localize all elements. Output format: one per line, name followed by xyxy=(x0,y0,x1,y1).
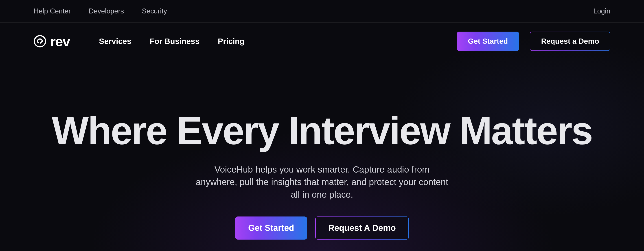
rev-logo-icon xyxy=(34,35,46,47)
hero-get-started-button[interactable]: Get Started xyxy=(235,217,307,240)
login-link[interactable]: Login xyxy=(593,7,610,15)
nav-left-group: rev Services For Business Pricing xyxy=(34,33,244,49)
hero-buttons-group: Get Started Request A Demo xyxy=(34,217,610,240)
top-utility-bar: Help Center Developers Security Login xyxy=(0,0,644,23)
main-navigation: rev Services For Business Pricing Get St… xyxy=(0,23,644,60)
top-links-group: Help Center Developers Security xyxy=(34,7,167,15)
nav-get-started-button[interactable]: Get Started xyxy=(457,32,519,51)
nav-links-group: Services For Business Pricing xyxy=(99,37,244,46)
hero-subtitle: VoiceHub helps you work smarter. Capture… xyxy=(194,163,450,201)
brand-name: rev xyxy=(50,33,70,49)
nav-business-link[interactable]: For Business xyxy=(150,37,200,46)
svg-point-1 xyxy=(38,42,39,43)
security-link[interactable]: Security xyxy=(142,7,167,15)
hero-request-demo-button[interactable]: Request A Demo xyxy=(315,217,409,240)
nav-request-demo-button[interactable]: Request a Demo xyxy=(530,32,610,51)
developers-link[interactable]: Developers xyxy=(89,7,124,15)
brand-logo[interactable]: rev xyxy=(34,33,70,49)
nav-services-link[interactable]: Services xyxy=(99,37,131,46)
nav-pricing-link[interactable]: Pricing xyxy=(218,37,244,46)
help-center-link[interactable]: Help Center xyxy=(34,7,71,15)
svg-point-0 xyxy=(34,36,46,47)
nav-buttons-group: Get Started Request a Demo xyxy=(457,32,610,51)
hero-section: Where Every Interview Matters VoiceHub h… xyxy=(0,60,644,240)
hero-title: Where Every Interview Matters xyxy=(34,109,610,152)
